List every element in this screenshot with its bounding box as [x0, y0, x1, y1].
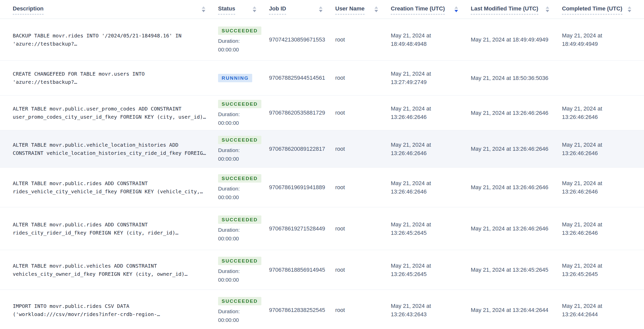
status-badge: SUCCEEDED [218, 26, 261, 35]
table-row[interactable]: BACKUP TABLE movr.rides INTO '/2024/05/2… [0, 19, 644, 61]
table-row[interactable]: CREATE CHANGEFEED FOR TABLE movr.users I… [0, 61, 644, 95]
cell-job-id: 970678620535881729 [269, 95, 335, 130]
table-row[interactable]: ALTER TABLE movr.public.user_promo_codes… [0, 95, 644, 130]
sort-down-icon[interactable] [546, 10, 549, 12]
duration-label: Duration: [218, 308, 240, 314]
table-row[interactable]: ALTER TABLE movr.public.vehicle_location… [0, 130, 644, 168]
cell-job-id: 970678619271528449 [269, 207, 335, 250]
sort-up-icon[interactable] [253, 6, 256, 9]
duration-value: 00:00:00 [218, 156, 239, 162]
cell-user-name: root [335, 168, 391, 207]
duration-label: Duration: [218, 111, 240, 117]
column-header-status[interactable]: Status [218, 6, 269, 15]
cell-user-name: root [335, 290, 391, 329]
sort-down-icon[interactable] [374, 10, 378, 12]
cell-last-modified-time: May 21, 2024 at 13:26:46:2646 [471, 207, 562, 250]
cell-creation-time: May 21, 2024 at 13:26:46:2646 [391, 95, 471, 130]
sort-up-icon[interactable] [546, 6, 549, 9]
column-header-last-modified-time-utc[interactable]: Last Modified Time (UTC) [471, 6, 562, 15]
cell-creation-time: May 21, 2024 at 13:26:46:2646 [391, 130, 471, 167]
cell-creation-time: May 21, 2024 at 13:26:46:2646 [391, 168, 471, 207]
column-header-label[interactable]: Job ID [269, 6, 286, 15]
column-header-label[interactable]: Creation Time (UTC) [391, 6, 445, 15]
sort-down-icon[interactable] [319, 10, 323, 12]
sort-down-icon[interactable] [628, 10, 631, 12]
column-header-label[interactable]: Description [13, 6, 44, 15]
cell-job-id: 970742130859671553 [269, 19, 335, 60]
cell-last-modified-time: May 21, 2024 at 18:49:49:4949 [471, 19, 562, 60]
job-description-line: rides_city_rider_id_fkey FOREIGN KEY (ci… [13, 229, 216, 237]
column-header-label[interactable]: User Name [335, 6, 365, 15]
cell-status: SUCCEEDED Duration: 00:00:00 [218, 290, 269, 329]
cell-description[interactable]: ALTER TABLE movr.public.vehicles ADD CON… [0, 250, 218, 290]
cell-last-modified-time: May 21, 2024 at 13:26:45:2645 [471, 250, 562, 290]
table-row[interactable]: ALTER TABLE movr.public.rides ADD CONSTR… [0, 168, 644, 207]
sort-arrows-icon[interactable] [546, 6, 549, 12]
cell-user-name: root [335, 61, 391, 95]
duration-label: Duration: [218, 147, 240, 153]
column-header-label[interactable]: Completed Time (UTC) [562, 6, 622, 15]
job-description-line: CONSTRAINT vehicle_location_histories_ci… [13, 149, 216, 157]
sort-down-icon[interactable] [253, 10, 256, 12]
cell-completed-time: May 21, 2024 at 13:26:44:2644 [562, 290, 644, 329]
sort-down-icon[interactable] [202, 10, 205, 12]
cell-creation-time: May 21, 2024 at 13:26:45:2645 [391, 250, 471, 290]
cell-job-id: 970678618856914945 [269, 250, 335, 290]
cell-status: SUCCEEDED Duration: 00:00:00 [218, 95, 269, 130]
jobs-table: Description Status Job ID User Name Crea… [0, 0, 644, 329]
sort-up-icon[interactable] [454, 6, 458, 9]
column-header-creation-time-utc[interactable]: Creation Time (UTC) [391, 6, 471, 15]
status-badge: SUCCEEDED [218, 100, 261, 108]
status-badge: RUNNING [218, 74, 252, 82]
status-badge: SUCCEEDED [218, 297, 261, 305]
table-row[interactable]: ALTER TABLE movr.public.vehicles ADD CON… [0, 250, 644, 290]
column-header-description[interactable]: Description [0, 6, 218, 15]
duration-value: 00:00:00 [218, 317, 239, 323]
job-description-line: BACKUP TABLE movr.rides INTO '/2024/05/2… [13, 32, 216, 40]
column-header-label[interactable]: Status [218, 6, 235, 15]
sort-up-icon[interactable] [319, 6, 323, 9]
cell-last-modified-time: May 21, 2024 at 13:26:44:2644 [471, 290, 562, 329]
cell-description[interactable]: CREATE CHANGEFEED FOR TABLE movr.users I… [0, 61, 218, 95]
cell-description[interactable]: ALTER TABLE movr.public.rides ADD CONSTR… [0, 168, 218, 207]
sort-arrows-icon[interactable] [202, 6, 205, 12]
cell-description[interactable]: ALTER TABLE movr.public.user_promo_codes… [0, 95, 218, 130]
sort-arrows-icon[interactable] [454, 6, 458, 12]
job-description-line: rides_vehicle_city_vehicle_id_fkey FOREI… [13, 187, 216, 196]
cell-description[interactable]: IMPORT INTO movr.public.rides CSV DATA('… [0, 290, 218, 329]
cell-completed-time: May 21, 2024 at 13:26:46:2646 [562, 95, 644, 130]
column-header-label[interactable]: Last Modified Time (UTC) [471, 6, 538, 15]
sort-arrows-icon[interactable] [253, 6, 256, 12]
column-header-job-id[interactable]: Job ID [269, 6, 335, 15]
table-row[interactable]: IMPORT INTO movr.public.rides CSV DATA('… [0, 290, 644, 329]
sort-down-icon[interactable] [454, 10, 458, 12]
cell-user-name: root [335, 250, 391, 290]
cell-status: RUNNING [218, 61, 269, 95]
sort-arrows-icon[interactable] [628, 6, 631, 12]
cell-description[interactable]: BACKUP TABLE movr.rides INTO '/2024/05/2… [0, 19, 218, 60]
job-description-line: 'azure://testbackup?… [13, 78, 216, 86]
cell-status: SUCCEEDED Duration: 00:00:00 [218, 130, 269, 167]
cell-completed-time [562, 61, 644, 95]
table-row[interactable]: ALTER TABLE movr.public.rides ADD CONSTR… [0, 207, 644, 250]
cell-completed-time: May 21, 2024 at 13:26:46:2646 [562, 207, 644, 250]
cell-last-modified-time: May 21, 2024 at 13:26:46:2646 [471, 95, 562, 130]
table-body: BACKUP TABLE movr.rides INTO '/2024/05/2… [0, 19, 644, 329]
sort-arrows-icon[interactable] [319, 6, 323, 12]
sort-up-icon[interactable] [628, 6, 631, 9]
cell-description[interactable]: ALTER TABLE movr.public.rides ADD CONSTR… [0, 207, 218, 250]
cell-user-name: root [335, 95, 391, 130]
sort-up-icon[interactable] [374, 6, 378, 9]
cell-creation-time: May 21, 2024 at 13:26:45:2645 [391, 207, 471, 250]
status-badge: SUCCEEDED [218, 136, 261, 144]
cell-description[interactable]: ALTER TABLE movr.public.vehicle_location… [0, 130, 218, 167]
sort-up-icon[interactable] [202, 6, 205, 9]
column-header-user-name[interactable]: User Name [335, 6, 391, 15]
cell-user-name: root [335, 207, 391, 250]
job-description-line: ALTER TABLE movr.public.vehicles ADD CON… [13, 262, 216, 270]
cell-completed-time: May 21, 2024 at 18:49:49:4949 [562, 19, 644, 60]
sort-arrows-icon[interactable] [374, 6, 378, 12]
duration-value: 00:00:00 [218, 47, 239, 53]
cell-status: SUCCEEDED Duration: 00:00:00 [218, 168, 269, 207]
column-header-completed-time-utc[interactable]: Completed Time (UTC) [562, 6, 644, 15]
